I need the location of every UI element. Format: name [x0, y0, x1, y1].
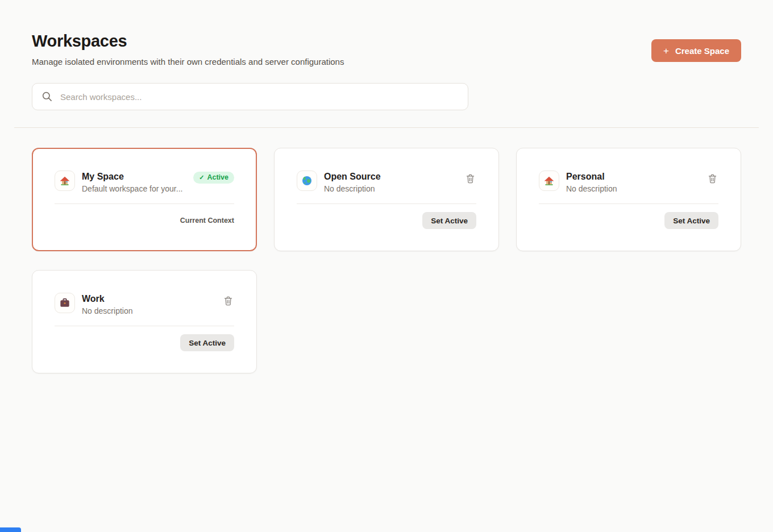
page-header: Workspaces Manage isolated environments … [32, 32, 741, 66]
active-badge-label: Active [207, 173, 228, 181]
card-footer: Current Context [55, 212, 234, 229]
workspace-card-my-space[interactable]: My Space Default workspace for your... ✓… [32, 148, 257, 251]
workspace-description: Default workspace for your... [82, 184, 186, 193]
check-icon: ✓ [199, 174, 204, 181]
workspace-description: No description [82, 306, 215, 315]
card-titles: Open Source No description [324, 171, 458, 193]
create-space-label: Create Space [675, 46, 729, 56]
house-icon [55, 171, 75, 191]
workspace-card-open-source[interactable]: Open Source No description Set Active [274, 148, 499, 251]
card-divider [55, 203, 234, 204]
delete-workspace-button[interactable] [222, 294, 234, 307]
card-footer: Set Active [55, 334, 234, 351]
page-title: Workspaces [32, 32, 344, 51]
page-header-text: Workspaces Manage isolated environments … [32, 32, 344, 66]
workspace-card-work[interactable]: Work No description Set Active [32, 270, 257, 373]
card-divider [55, 326, 234, 326]
card-header: My Space Default workspace for your... ✓… [55, 171, 234, 193]
trash-icon [708, 173, 717, 184]
workspaces-page: Workspaces Manage isolated environments … [0, 0, 773, 373]
house-icon [539, 171, 559, 191]
workspace-name: My Space [82, 172, 186, 182]
set-active-button[interactable]: Set Active [180, 334, 234, 351]
workspace-description: No description [566, 184, 700, 193]
trash-icon [223, 296, 233, 306]
card-header: Personal No description [539, 171, 718, 193]
create-space-button[interactable]: + Create Space [651, 39, 741, 62]
briefcase-icon [55, 293, 75, 313]
trash-icon [466, 173, 475, 184]
globe-icon [297, 171, 317, 191]
card-header: Open Source No description [297, 171, 476, 193]
card-titles: Personal No description [566, 171, 700, 193]
delete-workspace-button[interactable] [706, 172, 718, 185]
active-badge: ✓ Active [193, 172, 234, 184]
workspace-card-personal[interactable]: Personal No description Set Active [516, 148, 741, 251]
workspace-name: Work [82, 294, 215, 304]
search-icon [41, 91, 53, 102]
set-active-button[interactable]: Set Active [664, 212, 718, 229]
card-divider [539, 203, 718, 204]
card-footer: Set Active [539, 212, 718, 229]
card-header: Work No description [55, 293, 234, 315]
card-footer: Set Active [297, 212, 476, 229]
delete-workspace-button[interactable] [464, 172, 476, 185]
card-divider [297, 203, 476, 204]
dev-indicator-bar [0, 527, 21, 532]
workspace-grid: My Space Default workspace for your... ✓… [32, 148, 741, 373]
current-context-label: Current Context [180, 217, 234, 225]
page-subtitle: Manage isolated environments with their … [32, 57, 344, 66]
search-input[interactable] [32, 83, 468, 110]
section-divider [14, 127, 759, 128]
card-titles: Work No description [82, 293, 215, 315]
search-bar [32, 83, 468, 110]
workspace-name: Open Source [324, 172, 458, 182]
card-titles: My Space Default workspace for your... [82, 171, 186, 193]
workspace-name: Personal [566, 172, 700, 182]
workspace-description: No description [324, 184, 458, 193]
set-active-button[interactable]: Set Active [422, 212, 476, 229]
plus-icon: + [663, 46, 669, 56]
